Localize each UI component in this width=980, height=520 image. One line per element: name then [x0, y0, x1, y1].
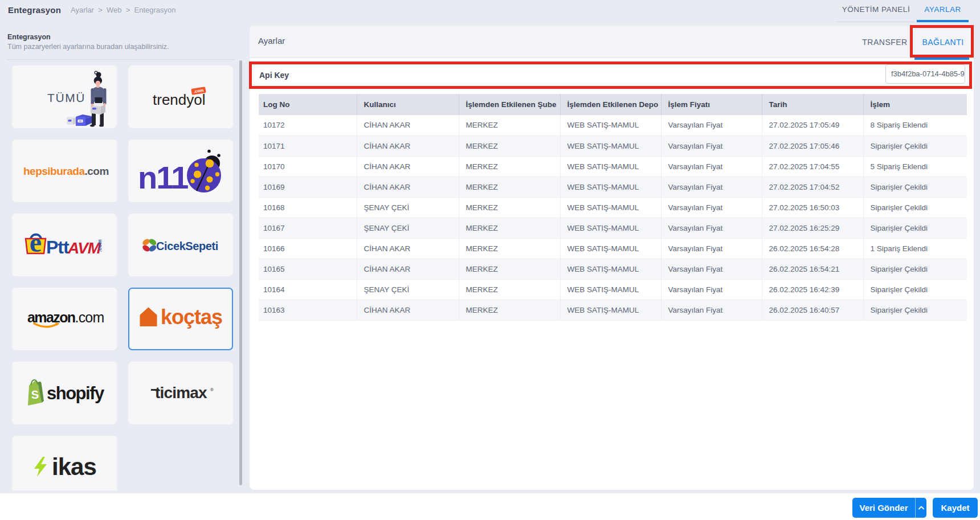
svg-text:.com: .com: [96, 239, 103, 252]
svg-text:e: e: [30, 227, 42, 257]
svg-text:S: S: [31, 388, 39, 401]
svg-text:Ptt: Ptt: [46, 237, 70, 257]
